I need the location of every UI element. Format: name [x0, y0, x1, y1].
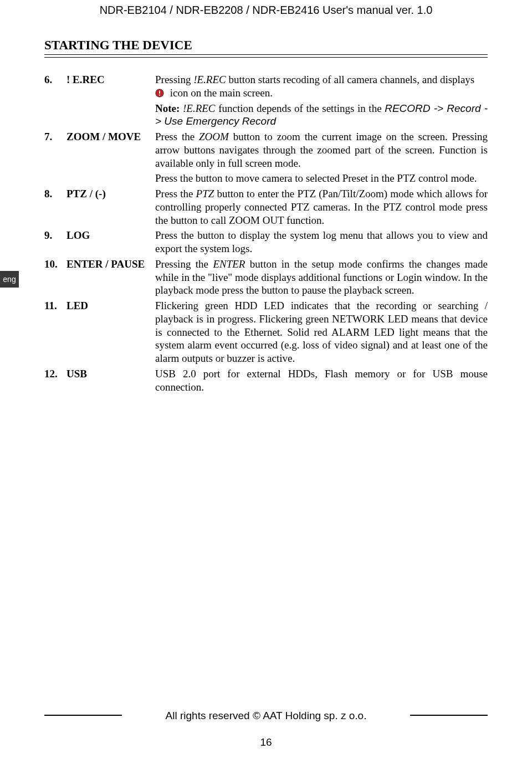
content: 6. ! E.REC Pressing !E.REC button starts…: [44, 73, 488, 396]
language-tab: eng: [0, 271, 19, 288]
item-label: ENTER / PAUSE: [66, 258, 155, 271]
list-item: 12. USB USB 2.0 port for external HDDs, …: [44, 367, 488, 396]
note-label: Note:: [155, 102, 180, 114]
item-description: Pressing !E.REC button starts recoding o…: [155, 73, 488, 130]
text: Press the button to move camera to selec…: [155, 172, 477, 184]
text-italic: ZOOM: [199, 131, 229, 142]
item-label: ! E.REC: [66, 73, 155, 86]
text: Press the button to display the system l…: [155, 229, 488, 254]
list-item: 10. ENTER / PAUSE Pressing the ENTER but…: [44, 258, 488, 299]
item-label: USB: [66, 367, 155, 381]
section-rule-bottom: [44, 57, 488, 58]
text: button starts recoding of all camera cha…: [226, 74, 474, 85]
header-title: NDR-EB2104 / NDR-EB2208 / NDR-EB2416 Use…: [0, 3, 532, 17]
item-number: 10.: [44, 258, 66, 271]
item-description: Pressing the ENTER button in the setup m…: [155, 258, 488, 299]
item-description: Press the PTZ button to enter the PTZ (P…: [155, 187, 488, 229]
item-label: ZOOM / MOVE: [66, 130, 155, 143]
text: Press the: [155, 188, 196, 199]
text-italic: PTZ: [196, 188, 214, 199]
item-number: 11.: [44, 299, 66, 312]
item-number: 12.: [44, 367, 66, 381]
item-description: Press the ZOOM button to zoom the curren…: [155, 130, 488, 187]
text: function depends of the settings in the: [216, 102, 385, 114]
list-item: 7. ZOOM / MOVE Press the ZOOM button to …: [44, 130, 488, 187]
text-italic: !E.REC: [183, 102, 216, 114]
text: USB 2.0 port for external HDDs, Flash me…: [155, 368, 488, 393]
text-italic: ENTER: [213, 258, 245, 270]
list-item: 8. PTZ / (-) Press the PTZ button to ent…: [44, 187, 488, 229]
text: Flickering green HDD LED indicates that …: [155, 300, 488, 364]
item-number: 7.: [44, 130, 66, 143]
item-number: 9.: [44, 229, 66, 242]
text: icon on the main screen.: [167, 87, 273, 99]
section-rule-top: [44, 54, 488, 55]
footer-rule-right: [410, 715, 488, 716]
item-description: USB 2.0 port for external HDDs, Flash me…: [155, 367, 488, 396]
item-description: Flickering green HDD LED indicates that …: [155, 299, 488, 367]
text-italic: !E.REC: [193, 74, 226, 85]
text: Pressing: [155, 74, 193, 85]
svg-point-2: [159, 94, 160, 95]
item-label: LED: [66, 299, 155, 312]
item-label: LOG: [66, 229, 155, 242]
text: Press the: [155, 131, 199, 142]
list-item: 6. ! E.REC Pressing !E.REC button starts…: [44, 73, 488, 130]
item-number: 6.: [44, 73, 66, 86]
svg-rect-1: [159, 90, 160, 94]
list-item: 11. LED Flickering green HDD LED indicat…: [44, 299, 488, 367]
page-number: 16: [0, 736, 532, 749]
item-description: Press the button to display the system l…: [155, 229, 488, 258]
section-heading: STARTING THE DEVICE: [44, 38, 192, 54]
alert-icon: [155, 89, 164, 98]
item-label: PTZ / (-): [66, 187, 155, 201]
footer: All rights reserved © AAT Holding sp. z …: [0, 708, 532, 749]
list-item: 9. LOG Press the button to display the s…: [44, 229, 488, 258]
text: Pressing the: [155, 258, 213, 270]
item-number: 8.: [44, 187, 66, 201]
page: NDR-EB2104 / NDR-EB2208 / NDR-EB2416 Use…: [0, 0, 532, 769]
